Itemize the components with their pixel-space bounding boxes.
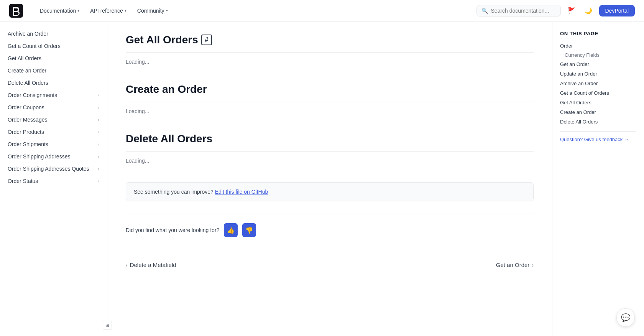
logo[interactable] bbox=[9, 4, 23, 18]
hash-badge: # bbox=[201, 35, 212, 45]
chevron-right-icon: › bbox=[98, 130, 99, 134]
layout: Archive an Order Get a Count of Orders G… bbox=[0, 21, 644, 336]
chevron-right-icon: › bbox=[98, 105, 99, 110]
nav-api-reference[interactable]: API reference ▾ bbox=[85, 5, 131, 16]
sidebar-item-order-products[interactable]: Order Products › bbox=[0, 126, 107, 138]
search-icon: 🔍 bbox=[481, 8, 488, 14]
sidebar-item-order-coupons[interactable]: Order Coupons › bbox=[0, 101, 107, 114]
toc-item-get-all-orders[interactable]: Get All Orders bbox=[560, 98, 636, 107]
chevron-down-icon: ▾ bbox=[77, 8, 79, 13]
toc-item-update-order[interactable]: Update an Order bbox=[560, 69, 636, 79]
toc-item-order[interactable]: Order bbox=[560, 41, 636, 51]
search-input[interactable] bbox=[491, 8, 556, 14]
main-nav: Documentation ▾ API reference ▾ Communit… bbox=[35, 5, 476, 16]
improve-text: See something you can improve? bbox=[134, 189, 214, 195]
chevron-right-icon: › bbox=[98, 93, 99, 97]
chevron-down-icon: ▾ bbox=[125, 8, 127, 13]
on-this-page-title: On This Page bbox=[560, 31, 636, 36]
sidebar-item-get-count-orders[interactable]: Get a Count of Orders bbox=[0, 40, 107, 52]
thumbs-down-button[interactable]: 👎 bbox=[242, 223, 256, 237]
chevron-right-icon: › bbox=[98, 154, 99, 159]
flag-icon[interactable]: 🚩 bbox=[565, 5, 578, 17]
search-box[interactable]: 🔍 bbox=[476, 5, 561, 16]
loading-text-get-all-orders: Loading... bbox=[126, 59, 534, 65]
sidebar-item-order-messages[interactable]: Order Messages › bbox=[0, 114, 107, 126]
sidebar-item-create-order[interactable]: Create an Order bbox=[0, 64, 107, 77]
sidebar-item-archive-order[interactable]: Archive an Order bbox=[0, 28, 107, 40]
loading-text-delete-all-orders: Loading... bbox=[126, 158, 534, 164]
section-create-order: Create an Order Loading... bbox=[126, 83, 534, 114]
nav-documentation[interactable]: Documentation ▾ bbox=[35, 5, 84, 16]
section-title-delete-all-orders: Delete All Orders bbox=[126, 133, 534, 152]
sidebar-item-order-shipping-addresses-quotes[interactable]: Order Shipping Addresses Quotes › bbox=[0, 163, 107, 175]
edit-github-link[interactable]: Edit this file on GitHub bbox=[215, 189, 268, 195]
toc-item-create-order[interactable]: Create an Order bbox=[560, 107, 636, 117]
toc-item-delete-all-orders[interactable]: Delete All Orders bbox=[560, 117, 636, 127]
chat-button[interactable]: 💬 bbox=[616, 308, 635, 327]
sidebar-item-order-status[interactable]: Order Status › bbox=[0, 175, 107, 187]
toc-item-get-count-orders[interactable]: Get a Count of Orders bbox=[560, 88, 636, 98]
toc-divider bbox=[560, 131, 636, 132]
dark-mode-icon[interactable]: 🌙 bbox=[582, 5, 595, 17]
sidebar-item-order-shipments[interactable]: Order Shipments › bbox=[0, 138, 107, 150]
right-sidebar: On This Page Order Currency Fields Get a… bbox=[552, 21, 644, 336]
toc-item-get-order[interactable]: Get an Order bbox=[560, 59, 636, 69]
left-sidebar: Archive an Order Get a Count of Orders G… bbox=[0, 21, 107, 336]
chevron-right-icon: › bbox=[98, 166, 99, 171]
improve-box: See something you can improve? Edit this… bbox=[126, 182, 534, 201]
section-delete-all-orders: Delete All Orders Loading... bbox=[126, 133, 534, 164]
loading-text-create-order: Loading... bbox=[126, 108, 534, 114]
section-get-all-orders: Get All Orders # Loading... bbox=[126, 34, 534, 65]
nav-community[interactable]: Community ▾ bbox=[133, 5, 172, 16]
thumbs-up-button[interactable]: 👍 bbox=[224, 223, 238, 237]
toc-item-currency-fields[interactable]: Currency Fields bbox=[560, 51, 636, 59]
nav-next[interactable]: Get an Order › bbox=[496, 262, 534, 268]
chevron-right-icon: › bbox=[98, 117, 99, 122]
chevron-right-icon: › bbox=[98, 142, 99, 147]
sidebar-toggle-button[interactable]: ⊞ bbox=[103, 321, 112, 330]
nav-footer: ‹ Delete a Metafield Get an Order › bbox=[126, 259, 534, 268]
toc-item-archive-order[interactable]: Archive an Order bbox=[560, 79, 636, 88]
sidebar-item-order-shipping-addresses[interactable]: Order Shipping Addresses › bbox=[0, 150, 107, 163]
feedback-section: Did you find what you were looking for? … bbox=[126, 214, 534, 246]
header-right: 🔍 🚩 🌙 DevPortal bbox=[476, 5, 635, 17]
sidebar-item-order-consignments[interactable]: Order Consignments › bbox=[0, 89, 107, 101]
arrow-left-icon: ‹ bbox=[126, 262, 128, 268]
feedback-question: Did you find what you were looking for? bbox=[126, 227, 219, 233]
sidebar-item-delete-all-orders[interactable]: Delete All Orders bbox=[0, 77, 107, 89]
arrow-right-icon: › bbox=[532, 262, 534, 268]
main-content: Get All Orders # Loading... Create an Or… bbox=[107, 21, 552, 336]
nav-prev[interactable]: ‹ Delete a Metafield bbox=[126, 262, 176, 268]
chevron-right-icon: › bbox=[98, 179, 99, 183]
chevron-down-icon: ▾ bbox=[166, 8, 168, 13]
feedback-link[interactable]: Question? Give us feedback → bbox=[560, 137, 629, 142]
dev-portal-button[interactable]: DevPortal bbox=[599, 5, 635, 16]
header: Documentation ▾ API reference ▾ Communit… bbox=[0, 0, 644, 21]
section-title-create-order: Create an Order bbox=[126, 83, 534, 102]
sidebar-item-get-all-orders[interactable]: Get All Orders bbox=[0, 52, 107, 64]
section-title-get-all-orders: Get All Orders # bbox=[126, 34, 534, 53]
